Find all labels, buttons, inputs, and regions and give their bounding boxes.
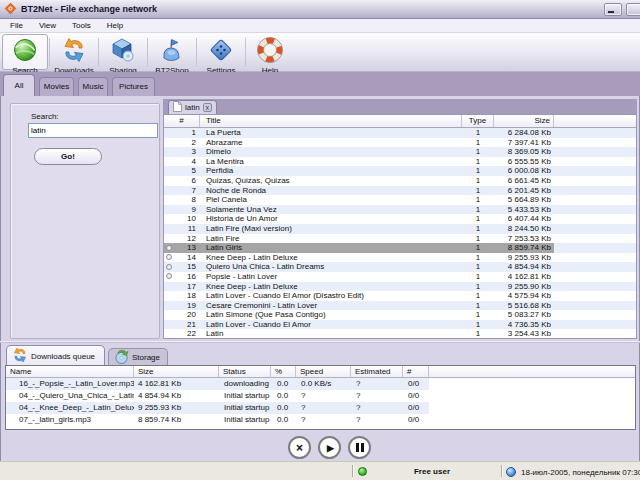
result-row[interactable]: 11Latin Fire (Maxi version)18 244.50 Kb — [164, 224, 636, 234]
column-header-status[interactable]: Status — [219, 366, 271, 377]
tab-downloads-queue[interactable]: Downloads queue — [6, 345, 105, 366]
result-row[interactable]: 1La Puerta16 284.08 Kb — [164, 128, 636, 138]
column-header-num[interactable]: # — [164, 115, 200, 127]
category-tab-bar: All Movies Music Pictures — [0, 72, 640, 96]
results-table-body: 1La Puerta16 284.08 Kb2Abrazame17 397.41… — [164, 128, 636, 339]
result-row[interactable]: 20Latin Simone (Que Pasa Contigo)15 083.… — [164, 310, 636, 320]
minimize-button[interactable] — [604, 3, 622, 16]
column-header-name[interactable]: Name — [6, 366, 134, 377]
search-input[interactable] — [28, 123, 158, 138]
download-row[interactable]: 04_-_Knee_Deep_-_Latin_Deluxe...9 255.93… — [6, 402, 635, 414]
download-row[interactable]: 16_-_Popsie_-_Latin_Lover.mp34 162.81 Kb… — [6, 378, 635, 390]
toolbar: Search Downloads Sharing BT2Shop — [0, 33, 640, 72]
results-tab-latin[interactable]: latin x — [168, 100, 217, 114]
tab-music[interactable]: Music — [78, 77, 108, 96]
x-icon: × — [296, 441, 303, 455]
column-header-filler — [554, 115, 636, 127]
result-row[interactable]: 14Knee Deep - Latin Deluxe19 255.93 Kb — [164, 253, 636, 263]
menu-file[interactable]: File — [2, 20, 31, 32]
menu-tools[interactable]: Tools — [64, 20, 99, 32]
result-row[interactable]: 4La Mentira16 555.55 Kb — [164, 157, 636, 167]
result-row[interactable]: 6Quizas, Quizas, Quizas16 661.45 Kb — [164, 176, 636, 186]
result-row[interactable]: 7Noche de Ronda16 201.45 Kb — [164, 186, 636, 196]
toolbar-button-downloads[interactable]: Downloads — [51, 34, 97, 70]
downloads-arrows-icon — [61, 37, 87, 65]
toolbar-separator — [49, 38, 50, 66]
column-header-type[interactable]: Type — [462, 115, 494, 127]
result-row[interactable]: 5Perfidia16 000.08 Kb — [164, 166, 636, 176]
tab-all[interactable]: All — [3, 74, 35, 96]
result-row[interactable]: 13Latin Girls18 859.74 Kb — [164, 243, 636, 253]
downloads-arrows-icon — [12, 347, 28, 365]
result-row[interactable]: 2Abrazame17 397.41 Kb — [164, 138, 636, 148]
toolbar-button-settings[interactable]: Settings — [198, 34, 244, 70]
queued-icon — [166, 254, 172, 260]
column-header-speed[interactable]: Speed — [296, 366, 351, 377]
column-header-title[interactable]: Title — [200, 115, 462, 127]
result-row[interactable]: 12Latin Fire17 253.53 Kb — [164, 234, 636, 244]
toolbar-separator — [196, 38, 197, 66]
status-bar: Free user 18-июл-2005, понедельник 07:30… — [0, 461, 640, 480]
downloads-table-body: 16_-_Popsie_-_Latin_Lover.mp34 162.81 Kb… — [6, 378, 635, 426]
network-globe-icon — [506, 467, 516, 477]
maximize-button[interactable] — [626, 3, 640, 16]
results-table: # Title Type Size 1La Puerta16 284.08 Kb… — [163, 114, 637, 339]
results-table-header: # Title Type Size — [164, 115, 636, 128]
result-row[interactable]: 17Knee Deep - Latin Deluxe19 255.90 Kb — [164, 282, 636, 292]
title-bar[interactable]: BT2Net - File exchange network — [0, 0, 640, 19]
account-status: Free user — [368, 467, 496, 476]
cancel-button[interactable]: × — [288, 436, 311, 459]
go-button[interactable]: Go! — [34, 148, 102, 165]
toolbar-button-bt2shop[interactable]: BT2Shop — [149, 34, 195, 70]
window-title: BT2Net - File exchange network — [21, 4, 157, 14]
toolbar-button-sharing[interactable]: Sharing — [100, 34, 146, 70]
tab-storage[interactable]: Storage — [108, 348, 168, 366]
menu-help[interactable]: Help — [99, 20, 131, 32]
queued-icon — [166, 273, 172, 279]
column-header-size[interactable]: Size — [134, 366, 219, 377]
download-row[interactable]: 04_-_Quiero_Una_Chica_-_Latin_...4 854.9… — [6, 390, 635, 402]
result-row[interactable]: 22Latin13 254.43 Kb — [164, 329, 636, 339]
statusbar-divider — [352, 465, 353, 477]
result-row[interactable]: 15Quiero Una Chica - Latin Dreams14 854.… — [164, 262, 636, 272]
toolbar-separator — [147, 38, 148, 66]
results-tab-bar: latin x — [163, 99, 637, 114]
app-window: BT2Net - File exchange network File View… — [0, 0, 640, 480]
shop-icon — [159, 37, 185, 65]
sharing-cube-icon — [110, 37, 136, 65]
result-row[interactable]: 3Dimelo18 369.05 Kb — [164, 147, 636, 157]
toolbar-button-help[interactable]: Help — [247, 34, 293, 70]
column-header-num[interactable]: # — [403, 366, 429, 377]
column-header-estimated[interactable]: Estimated — [351, 366, 403, 377]
result-row[interactable]: 10Historia de Un Amor16 407.44 Kb — [164, 214, 636, 224]
result-row[interactable]: 18Latin Lover - Cuando El Amor (Disastro… — [164, 291, 636, 301]
queued-icon — [166, 264, 172, 270]
toolbar-button-search[interactable]: Search — [2, 34, 48, 70]
pause-button[interactable] — [348, 436, 371, 459]
downloads-table-header: Name Size Status % Speed Estimated # — [6, 366, 635, 378]
pause-icon — [356, 443, 364, 452]
tab-label: Storage — [132, 353, 160, 362]
play-button[interactable]: ▶ — [318, 436, 341, 459]
column-header-size[interactable]: Size — [494, 115, 554, 127]
result-row[interactable]: 19Cesare Cremonini - Latin Lover15 516.6… — [164, 301, 636, 311]
results-tab-label: latin — [185, 103, 200, 112]
column-header-percent[interactable]: % — [271, 366, 296, 377]
toolbar-separator — [245, 38, 246, 66]
result-row[interactable]: 21Latin Lover - Cuando El Amor14 736.35 … — [164, 320, 636, 330]
result-row[interactable]: 16Popsie - Latin Lover14 162.81 Kb — [164, 272, 636, 282]
panel-splitter[interactable] — [0, 341, 640, 343]
lifebuoy-icon — [257, 37, 283, 65]
column-header-filler — [429, 366, 635, 377]
play-icon: ▶ — [327, 443, 334, 453]
close-icon[interactable]: x — [203, 103, 212, 112]
minimize-icon — [608, 11, 614, 13]
result-row[interactable]: 9Solamente Una Vez15 433.53 Kb — [164, 205, 636, 215]
result-row[interactable]: 8Piel Canela15 664.89 Kb — [164, 195, 636, 205]
tab-movies[interactable]: Movies — [39, 77, 74, 96]
download-row[interactable]: 07_-_latin_girls.mp38 859.74 KbInitial s… — [6, 414, 635, 426]
menu-view[interactable]: View — [31, 20, 64, 32]
menu-bar: File View Tools Help — [0, 19, 640, 33]
tab-pictures[interactable]: Pictures — [112, 77, 155, 96]
connection-led-icon — [358, 467, 367, 476]
